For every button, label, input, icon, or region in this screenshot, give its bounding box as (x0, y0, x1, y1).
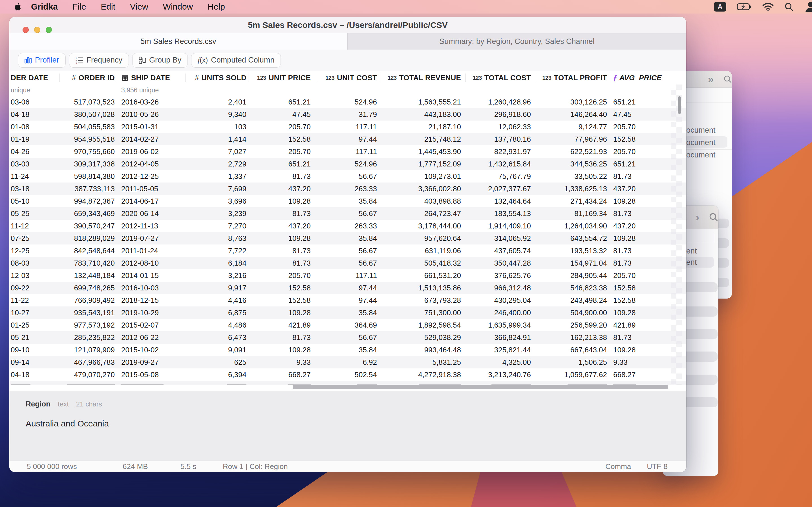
table-cell[interactable]: 6,473 (186, 331, 248, 344)
column-header-total-cost[interactable]: 123TOTAL COST (465, 71, 536, 84)
table-cell[interactable]: 2010-05-26 (117, 108, 186, 121)
table-cell[interactable]: 667,643.04 (536, 344, 609, 356)
table-cell[interactable]: 109.28 (248, 344, 316, 356)
table-cell[interactable]: 01-19 (9, 133, 59, 145)
table-cell[interactable]: 970,755,660 (59, 145, 117, 158)
table-cell[interactable]: 77,967.96 (536, 133, 609, 145)
table-cell[interactable]: 3,366,002.80 (380, 182, 465, 195)
table-cell[interactable]: 81.73 (248, 331, 316, 344)
table-cell[interactable]: 137,780.16 (465, 133, 536, 145)
table-cell[interactable]: 243,498.24 (536, 294, 609, 306)
table-cell[interactable]: 162,213.38 (536, 331, 609, 344)
search-icon[interactable] (723, 75, 732, 83)
list-item[interactable]: ocument (686, 124, 716, 136)
table-cell[interactable]: 152.58 (248, 282, 316, 294)
table-cell[interactable]: 1,563,555.21 (380, 96, 465, 108)
apple-menu[interactable] (15, 3, 22, 11)
table-cell[interactable]: 631,119.06 (380, 244, 465, 257)
table-cell[interactable]: 154,971.04 (536, 257, 609, 269)
table-cell[interactable]: 97.44 (316, 282, 380, 294)
table-cell[interactable]: 430,295.04 (465, 294, 536, 306)
table-cell[interactable]: 5,831.25 (380, 356, 465, 369)
table-cell[interactable]: 3,178,444.00 (380, 220, 465, 232)
table-cell[interactable]: 4,272,918.38 (380, 369, 465, 381)
table-cell[interactable]: 256,599.20 (536, 319, 609, 331)
table-cell[interactable]: 2011-05-05 (117, 182, 186, 195)
table-cell[interactable]: 33,505.22 (536, 170, 609, 182)
table-cell[interactable]: 9,340 (186, 108, 248, 121)
table-cell[interactable]: 9.33 (248, 356, 316, 369)
table-cell[interactable]: 350,447.28 (465, 257, 536, 269)
table-cell[interactable]: 443,183.00 (380, 108, 465, 121)
table-cell[interactable]: 651.21 (248, 158, 316, 170)
menu-app-name[interactable]: Gridka (31, 2, 58, 11)
table-cell[interactable]: 12-25 (9, 244, 59, 257)
table-cell[interactable]: 01-08 (9, 121, 59, 133)
table-cell[interactable]: 81.73 (248, 170, 316, 182)
table-cell[interactable]: 81.73 (248, 244, 316, 257)
table-cell[interactable]: 380,507,028 (59, 108, 117, 121)
table-cell[interactable]: 97.44 (316, 294, 380, 306)
table-cell[interactable]: 2,401 (186, 96, 248, 108)
table-cell[interactable]: 205.70 (248, 121, 316, 133)
table-cell[interactable]: 3,216 (186, 269, 248, 282)
table-cell[interactable]: 842,548,644 (59, 244, 117, 257)
table-cell[interactable]: 56.67 (316, 257, 380, 269)
table-cell[interactable]: 193,513.32 (536, 244, 609, 257)
table-cell[interactable]: 8,763 (186, 232, 248, 244)
table-cell[interactable]: 954,955,518 (59, 133, 117, 145)
table-cell[interactable]: 121,079,909 (59, 344, 117, 356)
column-header-total-profit[interactable]: 123TOTAL PROFIT (536, 71, 609, 84)
table-cell[interactable]: 263.33 (316, 182, 380, 195)
table-cell[interactable]: 766,909,492 (59, 294, 117, 306)
table-cell[interactable]: 2018-12-15 (117, 294, 186, 306)
search-icon[interactable] (709, 212, 718, 222)
table-cell[interactable]: 2012-04-05 (117, 158, 186, 170)
table-cell[interactable]: 303,126.25 (536, 96, 609, 108)
table-cell[interactable]: 264,723.47 (380, 207, 465, 220)
table-cell[interactable]: 325,821.44 (465, 344, 536, 356)
table-cell[interactable]: 376,625.76 (465, 269, 536, 282)
table-cell[interactable]: 12-03 (9, 269, 59, 282)
table-cell[interactable]: 966,312.48 (465, 282, 536, 294)
chevron-right-icon[interactable]: › (696, 212, 699, 223)
table-cell[interactable]: 10-27 (9, 306, 59, 319)
table-cell[interactable]: 6.92 (316, 356, 380, 369)
menu-item-file[interactable]: File (72, 2, 86, 11)
table-cell[interactable]: 625 (186, 356, 248, 369)
column-header-total-revenue[interactable]: 123TOTAL REVENUE (380, 71, 465, 84)
table-cell[interactable]: 05-25 (9, 207, 59, 220)
table-cell[interactable]: 11-22 (9, 294, 59, 306)
table-cell[interactable]: 598,814,380 (59, 170, 117, 182)
table-cell[interactable]: 132,464.64 (465, 195, 536, 207)
table-cell[interactable]: 6,875 (186, 306, 248, 319)
menu-item-edit[interactable]: Edit (101, 2, 115, 11)
table-cell[interactable]: 04-18 (9, 108, 59, 121)
table-cell[interactable]: 56.67 (316, 170, 380, 182)
column-header-der-date[interactable]: DER DATE (9, 71, 59, 84)
zoom-button[interactable] (46, 27, 52, 33)
table-cell[interactable]: 56.67 (316, 331, 380, 344)
table-cell[interactable]: 215,748.12 (380, 133, 465, 145)
table-cell[interactable]: 517,073,523 (59, 96, 117, 108)
table-cell[interactable]: 7,722 (186, 244, 248, 257)
table-cell[interactable]: 2011-01-24 (117, 244, 186, 257)
list-item[interactable]: ocument (686, 149, 716, 161)
table-cell[interactable]: 1,414 (186, 133, 248, 145)
table-cell[interactable]: 2020-06-14 (117, 207, 186, 220)
table-cell[interactable]: 661,531.20 (380, 269, 465, 282)
table-cell[interactable]: 421.89 (248, 319, 316, 331)
table-cell[interactable]: 109,273.01 (380, 170, 465, 182)
list-item[interactable]: ocument (686, 137, 716, 148)
table-cell[interactable]: 366,824.91 (465, 331, 536, 344)
table-cell[interactable]: 03-06 (9, 96, 59, 108)
table-cell[interactable]: 09-22 (9, 282, 59, 294)
tab-summary[interactable]: Summary: by Region, Country, Sales Chann… (348, 33, 686, 50)
chevron-double-right-icon[interactable]: » (708, 73, 714, 85)
table-cell[interactable]: 2014-01-15 (117, 269, 186, 282)
table-cell[interactable]: 35.84 (316, 195, 380, 207)
table-cell[interactable]: 309,317,338 (59, 158, 117, 170)
table-cell[interactable]: 05-21 (9, 331, 59, 344)
table-cell[interactable]: 11-24 (9, 170, 59, 182)
table-cell[interactable]: 1,513,135.86 (380, 282, 465, 294)
